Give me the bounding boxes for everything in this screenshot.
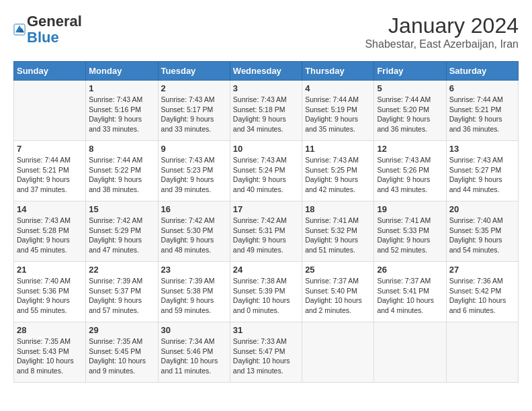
logo-line1: General [27,13,82,30]
day-info: Sunrise: 7:44 AMSunset: 5:22 PMDaylight:… [89,155,154,195]
calendar-cell: 17Sunrise: 7:42 AMSunset: 5:31 PMDayligh… [230,201,302,262]
calendar-cell: 23Sunrise: 7:39 AMSunset: 5:38 PMDayligh… [158,262,230,322]
calendar-cell: 31Sunrise: 7:33 AMSunset: 5:47 PMDayligh… [230,322,302,383]
calendar-cell: 6Sunrise: 7:44 AMSunset: 5:21 PMDaylight… [446,81,518,141]
weekday-header-thursday: Thursday [302,62,374,81]
calendar-cell: 10Sunrise: 7:43 AMSunset: 5:24 PMDayligh… [230,141,302,201]
day-info: Sunrise: 7:43 AMSunset: 5:27 PMDaylight:… [449,155,515,195]
location: Shabestar, East Azerbaijan, Iran [365,38,519,50]
day-info: Sunrise: 7:40 AMSunset: 5:35 PMDaylight:… [449,216,515,255]
week-row-3: 14Sunrise: 7:43 AMSunset: 5:28 PMDayligh… [14,201,519,262]
weekday-header-saturday: Saturday [446,62,518,81]
day-number: 29 [89,325,154,335]
day-number: 30 [161,325,227,335]
day-number: 15 [89,204,154,214]
day-info: Sunrise: 7:43 AMSunset: 5:23 PMDaylight:… [161,155,227,195]
calendar-cell: 3Sunrise: 7:43 AMSunset: 5:18 PMDaylight… [230,81,302,141]
day-number: 27 [449,265,515,275]
day-info: Sunrise: 7:37 AMSunset: 5:40 PMDaylight:… [305,276,371,316]
day-info: Sunrise: 7:42 AMSunset: 5:31 PMDaylight:… [233,216,299,255]
day-number: 7 [17,144,83,154]
week-row-1: 1Sunrise: 7:43 AMSunset: 5:16 PMDaylight… [14,81,519,141]
calendar-cell: 11Sunrise: 7:43 AMSunset: 5:25 PMDayligh… [302,141,374,201]
calendar-cell: 19Sunrise: 7:41 AMSunset: 5:33 PMDayligh… [374,201,446,262]
calendar-cell: 15Sunrise: 7:42 AMSunset: 5:29 PMDayligh… [86,201,158,262]
day-info: Sunrise: 7:43 AMSunset: 5:28 PMDaylight:… [17,216,83,255]
logo-text: General Blue [27,13,82,46]
calendar-cell [374,322,446,383]
day-info: Sunrise: 7:41 AMSunset: 5:32 PMDaylight:… [305,216,371,255]
day-number: 26 [377,265,443,275]
day-number: 11 [305,144,371,154]
day-number: 28 [17,325,83,335]
weekday-header-monday: Monday [86,62,158,81]
title-block: January 2024 Shabestar, East Azerbaijan,… [365,13,519,50]
calendar-cell: 20Sunrise: 7:40 AMSunset: 5:35 PMDayligh… [446,201,518,262]
calendar-cell: 9Sunrise: 7:43 AMSunset: 5:23 PMDaylight… [158,141,230,201]
day-number: 20 [449,204,515,214]
logo: General Blue [13,13,82,46]
day-info: Sunrise: 7:41 AMSunset: 5:33 PMDaylight:… [377,216,443,255]
day-number: 6 [449,83,515,93]
day-info: Sunrise: 7:44 AMSunset: 5:19 PMDaylight:… [305,95,371,134]
calendar-cell: 1Sunrise: 7:43 AMSunset: 5:16 PMDaylight… [86,81,158,141]
calendar-cell [14,81,86,141]
day-number: 1 [89,83,154,93]
calendar-cell: 4Sunrise: 7:44 AMSunset: 5:19 PMDaylight… [302,81,374,141]
day-info: Sunrise: 7:39 AMSunset: 5:37 PMDaylight:… [89,276,154,316]
calendar-cell: 16Sunrise: 7:42 AMSunset: 5:30 PMDayligh… [158,201,230,262]
day-number: 25 [305,265,371,275]
calendar-cell: 28Sunrise: 7:35 AMSunset: 5:43 PMDayligh… [14,322,86,383]
day-info: Sunrise: 7:43 AMSunset: 5:25 PMDaylight:… [305,155,371,195]
page-header: General Blue January 2024 Shabestar, Eas… [13,13,519,50]
calendar-cell: 30Sunrise: 7:34 AMSunset: 5:46 PMDayligh… [158,322,230,383]
weekday-header-row: SundayMondayTuesdayWednesdayThursdayFrid… [14,62,519,81]
calendar-cell: 12Sunrise: 7:43 AMSunset: 5:26 PMDayligh… [374,141,446,201]
day-info: Sunrise: 7:35 AMSunset: 5:45 PMDaylight:… [89,336,154,376]
calendar-cell: 27Sunrise: 7:36 AMSunset: 5:42 PMDayligh… [446,262,518,322]
day-info: Sunrise: 7:43 AMSunset: 5:18 PMDaylight:… [233,95,299,134]
day-number: 13 [449,144,515,154]
day-info: Sunrise: 7:38 AMSunset: 5:39 PMDaylight:… [233,276,299,316]
weekday-header-friday: Friday [374,62,446,81]
day-number: 21 [17,265,83,275]
day-number: 31 [233,325,299,335]
calendar-cell [446,322,518,383]
day-info: Sunrise: 7:34 AMSunset: 5:46 PMDaylight:… [161,336,227,376]
day-info: Sunrise: 7:44 AMSunset: 5:20 PMDaylight:… [377,95,443,134]
day-number: 19 [377,204,443,214]
day-number: 17 [233,204,299,214]
calendar-header: SundayMondayTuesdayWednesdayThursdayFrid… [14,62,519,81]
day-number: 9 [161,144,227,154]
day-info: Sunrise: 7:43 AMSunset: 5:16 PMDaylight:… [89,95,154,134]
calendar-cell [302,322,374,383]
calendar-cell: 29Sunrise: 7:35 AMSunset: 5:45 PMDayligh… [86,322,158,383]
calendar-cell: 24Sunrise: 7:38 AMSunset: 5:39 PMDayligh… [230,262,302,322]
calendar-cell: 18Sunrise: 7:41 AMSunset: 5:32 PMDayligh… [302,201,374,262]
day-number: 16 [161,204,227,214]
calendar-cell: 21Sunrise: 7:40 AMSunset: 5:36 PMDayligh… [14,262,86,322]
month-year: January 2024 [365,13,519,38]
day-info: Sunrise: 7:36 AMSunset: 5:42 PMDaylight:… [449,276,515,316]
day-number: 5 [377,83,443,93]
day-number: 22 [89,265,154,275]
calendar-cell: 7Sunrise: 7:44 AMSunset: 5:21 PMDaylight… [14,141,86,201]
day-number: 2 [161,83,227,93]
logo-line2: Blue [27,30,82,46]
day-info: Sunrise: 7:35 AMSunset: 5:43 PMDaylight:… [17,336,83,376]
day-info: Sunrise: 7:39 AMSunset: 5:38 PMDaylight:… [161,276,227,316]
day-number: 4 [305,83,371,93]
calendar-cell: 22Sunrise: 7:39 AMSunset: 5:37 PMDayligh… [86,262,158,322]
day-info: Sunrise: 7:33 AMSunset: 5:47 PMDaylight:… [233,336,299,376]
calendar-cell: 13Sunrise: 7:43 AMSunset: 5:27 PMDayligh… [446,141,518,201]
calendar-table: SundayMondayTuesdayWednesdayThursdayFrid… [13,61,519,383]
weekday-header-sunday: Sunday [14,62,86,81]
day-number: 10 [233,144,299,154]
day-number: 12 [377,144,443,154]
calendar-body: 1Sunrise: 7:43 AMSunset: 5:16 PMDaylight… [14,81,519,383]
day-info: Sunrise: 7:37 AMSunset: 5:41 PMDaylight:… [377,276,443,316]
day-info: Sunrise: 7:40 AMSunset: 5:36 PMDaylight:… [17,276,83,316]
weekday-header-wednesday: Wednesday [230,62,302,81]
week-row-5: 28Sunrise: 7:35 AMSunset: 5:43 PMDayligh… [14,322,519,383]
day-number: 24 [233,265,299,275]
